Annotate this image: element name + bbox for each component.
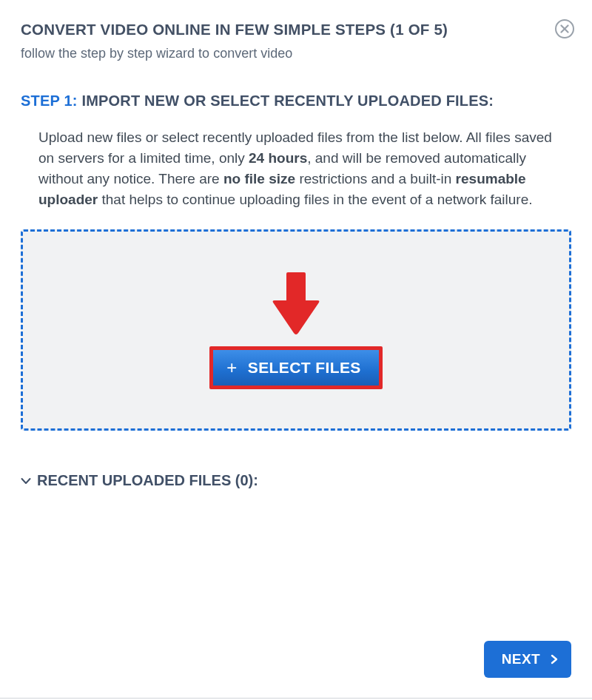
close-icon [560,24,569,33]
step-title: IMPORT NEW OR SELECT RECENTLY UPLOADED F… [81,92,494,109]
footer-divider [0,698,592,699]
step-heading: STEP 1: IMPORT NEW OR SELECT RECENTLY UP… [21,92,571,110]
upload-dropzone[interactable]: + SELECT FILES [21,229,571,431]
recent-files-label: RECENT UPLOADED FILES (0): [37,472,258,489]
down-arrow-icon [272,271,320,339]
desc-bold-nosize: no file size [223,171,295,186]
desc-text: restrictions and a built-in [295,171,456,186]
recent-files-toggle[interactable]: RECENT UPLOADED FILES (0): [21,472,571,489]
chevron-right-icon [551,654,558,664]
select-files-highlight: + SELECT FILES [209,346,382,389]
next-button[interactable]: NEXT [484,641,571,678]
next-label: NEXT [502,651,540,667]
select-files-label: SELECT FILES [248,359,361,377]
plus-icon: + [226,359,237,377]
desc-text: that helps to continue uploading files i… [98,192,532,207]
page-subtitle: follow the step by step wizard to conver… [21,46,571,61]
desc-bold-hours: 24 hours [249,150,307,166]
step-description: Upload new files or select recently uplo… [38,127,571,210]
page-title: CONVERT VIDEO ONLINE IN FEW SIMPLE STEPS… [21,21,571,38]
select-files-button[interactable]: + SELECT FILES [213,350,378,386]
close-button[interactable] [555,19,574,38]
step-number: STEP 1: [21,92,78,109]
chevron-down-icon [21,477,31,485]
